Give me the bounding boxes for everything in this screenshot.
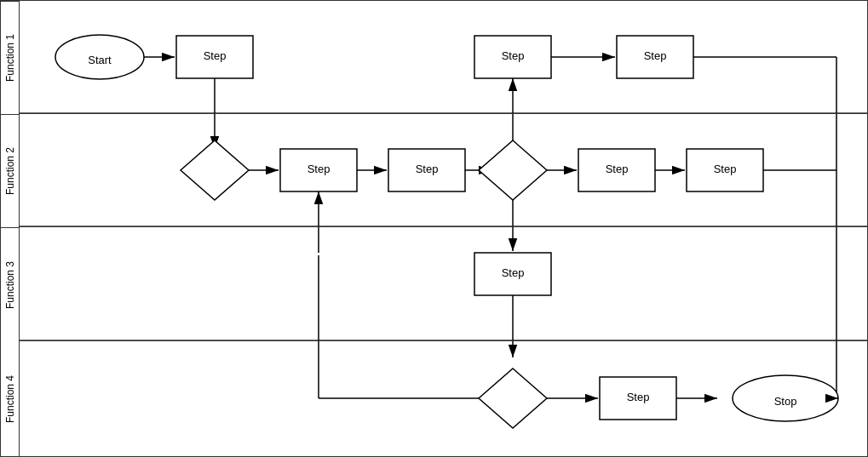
lane-4 xyxy=(20,341,867,456)
diagram-container: Function 1 Function 2 Function 3 Functio… xyxy=(0,0,868,457)
lane-label-2: Function 2 xyxy=(1,114,19,227)
lane-labels: Function 1 Function 2 Function 3 Functio… xyxy=(1,1,20,456)
lane-2 xyxy=(20,114,867,227)
lane-1 xyxy=(20,1,867,114)
lanes-content: Start Step Step Step xyxy=(20,1,867,456)
lane-3 xyxy=(20,227,867,341)
lane-label-1: Function 1 xyxy=(1,1,19,114)
lane-label-4: Function 4 xyxy=(1,341,19,456)
lane-label-3: Function 3 xyxy=(1,227,19,341)
